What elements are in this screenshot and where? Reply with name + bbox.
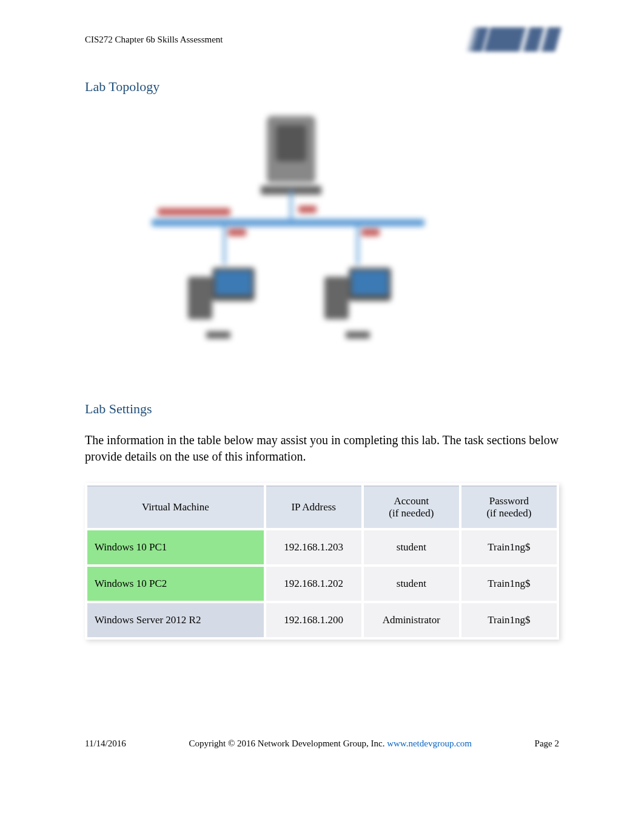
- cell-ip: 192.168.1.200: [266, 603, 361, 637]
- pc2-label: [346, 331, 370, 339]
- cell-account: Administrator: [364, 603, 459, 637]
- ndg-logo: [468, 24, 559, 55]
- vm-settings-table: Virtual Machine IP Address Account (if n…: [85, 483, 559, 640]
- pc2-connection-label: [361, 229, 380, 236]
- page-footer: 11/14/2016 Copyright © 2016 Network Deve…: [85, 739, 559, 749]
- col-header-vm: Virtual Machine: [87, 485, 264, 528]
- cell-password: Train1ng$: [461, 567, 557, 601]
- footer-page-number: Page 2: [535, 739, 559, 749]
- footer-link[interactable]: www.netdevgroup.com: [387, 739, 472, 748]
- server-connection-label: [298, 206, 317, 213]
- pc1-connection-label: [228, 229, 246, 236]
- lab-settings-heading: Lab Settings: [85, 401, 559, 417]
- server-connection-line: [290, 190, 292, 220]
- col-header-ip: IP Address: [266, 485, 361, 528]
- cell-vm-name: Windows 10 PC1: [87, 530, 264, 564]
- header-title: CIS272 Chapter 6b Skills Assessment: [85, 35, 223, 45]
- col-header-account: Account (if needed): [364, 485, 459, 528]
- network-bus: [152, 219, 424, 226]
- table-header-row: Virtual Machine IP Address Account (if n…: [87, 485, 557, 528]
- pc2-icon: [324, 265, 391, 322]
- cell-vm-name: Windows Server 2012 R2: [87, 603, 264, 637]
- pc1-connection-line: [223, 225, 226, 265]
- footer-date: 11/14/2016: [85, 739, 126, 749]
- footer-copyright-text: Copyright © 2016 Network Development Gro…: [189, 739, 384, 748]
- col-header-account-line1: Account: [394, 495, 429, 507]
- col-header-password-line1: Password: [489, 495, 529, 507]
- network-bus-label: [158, 208, 230, 215]
- col-header-password: Password (if needed): [461, 485, 557, 528]
- col-header-password-line2: (if needed): [486, 507, 531, 519]
- cell-account: student: [364, 567, 459, 601]
- cell-account: student: [364, 530, 459, 564]
- cell-vm-name: Windows 10 PC2: [87, 567, 264, 601]
- pc2-connection-line: [357, 225, 359, 265]
- col-header-account-line2: (if needed): [389, 507, 434, 519]
- lab-topology-heading: Lab Topology: [85, 79, 559, 95]
- server-icon: [267, 116, 315, 183]
- cell-password: Train1ng$: [461, 530, 557, 564]
- footer-copyright: Copyright © 2016 Network Development Gro…: [189, 739, 472, 749]
- cell-ip: 192.168.1.203: [266, 530, 361, 564]
- lab-settings-description: The information in the table below may a…: [85, 432, 559, 465]
- table-row: Windows Server 2012 R2 192.168.1.200 Adm…: [87, 603, 557, 637]
- topology-diagram: [115, 110, 455, 371]
- document-page: CIS272 Chapter 6b Skills Assessment Lab …: [0, 0, 644, 835]
- pc1-icon: [188, 265, 255, 322]
- cell-password: Train1ng$: [461, 603, 557, 637]
- table-row: Windows 10 PC1 192.168.1.203 student Tra…: [87, 530, 557, 564]
- page-header: CIS272 Chapter 6b Skills Assessment: [85, 24, 559, 55]
- pc1-label: [206, 331, 230, 339]
- table-row: Windows 10 PC2 192.168.1.202 student Tra…: [87, 567, 557, 601]
- cell-ip: 192.168.1.202: [266, 567, 361, 601]
